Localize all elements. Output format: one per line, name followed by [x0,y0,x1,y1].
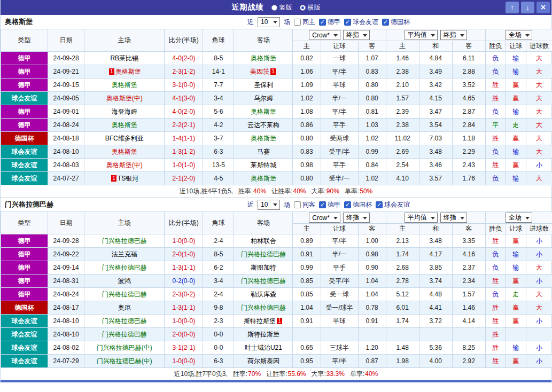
asian-home-odds-cell: 0.85 [293,288,321,301]
corners-cell: 4-2 [203,119,234,132]
match-count-select[interactable]: 10 [258,200,280,210]
away-team-cell: 乌尔姆 [234,92,293,105]
result-goals-cell: 大 [526,145,552,159]
col-header-score: 比分(半场) [165,212,203,234]
asian-handicap-cell: 一球 [321,52,358,65]
away-team-cell: 斯图加特 [234,261,293,275]
stat-label: 单率: [345,187,359,195]
match-date: 24-09-22 [48,248,84,261]
team-name: 奥格斯堡 [112,148,137,155]
league-type-badge: 球会友谊 [1,145,48,159]
match-count-select[interactable]: 10 [258,17,280,27]
result-goals-cell: 小 [526,234,552,248]
result-wdl-cell: 负 [485,288,506,301]
avg-home-odds-cell: 2.54 [386,159,419,172]
score-cell: 1-4(1-1) [165,132,203,145]
league-filter[interactable]: 德甲 [319,18,340,27]
window-title: 近期战绩 [232,3,264,12]
asian-away-odds-cell: 1.20 [358,341,386,355]
result-handicap-cell: 走 [506,119,526,132]
col-header-avg-away: 客 [452,224,485,234]
asian-handicap-cell: 半球 [321,315,358,328]
match-date: 24-09-28 [48,52,84,65]
league-type-badge: 德甲 [1,79,48,92]
asian-away-odds-cell: 0.84 [358,159,386,172]
avg-stage-select[interactable]: 终指 [440,30,467,40]
checkbox-icon [344,19,351,26]
result-handicap-cell: 走 [506,288,526,301]
asian-handicap-cell: 半球 [321,79,358,92]
avg-draw-odds-cell: 4.17 [419,248,452,261]
up-button[interactable]: ↑ [506,2,519,13]
asian-away-odds-cell: 0.87 [358,355,386,368]
home-team-cell: 1TS银河 [84,172,165,185]
asian-handicap-cell: 平/半 [321,65,358,79]
away-team-cell: 云达不莱梅 [234,119,293,132]
result-goals-cell: 大 [526,119,552,132]
match-row: 德甲24-09-211奥格斯堡2-3(1-2)14-1美因茨11.06平/半0.… [1,65,552,79]
red-card-badge: 1 [277,318,282,324]
scope-select[interactable]: 全场 [506,30,532,40]
home-team-cell: 门兴格拉德巴赫 [84,261,165,275]
league-filter[interactable]: 德甲 [319,200,340,209]
checkbox-icon [294,201,301,208]
col-header-result-wdl: 胜负 [485,224,506,234]
odds-stage-select[interactable]: 终指 [343,30,370,40]
match-row: 球会友谊24-07-271TS银河2-1(2-0)4-5奥格斯堡0.80受半/一… [1,172,552,185]
layout-radio-vertical[interactable]: 竖版 [271,3,292,12]
scope-select-value: 全场 [509,213,522,222]
stat-value: 55.6% [287,370,306,378]
result-wdl-cell: 胜 [485,328,506,341]
avg-away-odds-cell: 4.65 [452,92,485,105]
bookmaker-select[interactable]: Crow* [309,213,340,223]
col-header-result-goals: 进球数 [526,41,552,52]
score-cell: 4-0(2-0) [165,105,203,119]
result-handicap-cell: 输 [506,65,526,79]
team-name: 奥格斯堡 [251,175,276,182]
corners-cell: 7-7 [203,79,234,92]
col-header-asian-handicap: 让球 [321,224,358,234]
odds-stage-select[interactable]: 终指 [343,213,370,223]
down-button[interactable]: ↓ [521,2,534,13]
layout-radio-horizontal[interactable]: 横版 [300,3,321,12]
score-cell: 1-3(1-1) [165,301,203,315]
avg-draw-odds-cell: 4.84 [419,52,452,65]
close-button[interactable]: × [537,2,550,13]
filter-bar: 近 10 场 同主 德甲 球会友谊 德国杯 [247,15,410,29]
same-venue-filter[interactable]: 同主 [294,18,315,27]
same-venue-filter[interactable]: 同客 [294,200,315,209]
match-date: 24-09-15 [48,79,84,92]
average-select[interactable]: 平均值 [405,213,438,223]
team-name: 波鸿 [118,277,131,285]
result-wdl-cell: 胜 [485,301,506,315]
team-name: 奥厄 [118,304,131,311]
result-handicap-cell: 输 [506,261,526,275]
summary-prefix: 近10场,胜7平0负3, [174,370,228,379]
red-card-badge: 1 [111,175,116,182]
away-team-cell: 荷尔斯泰因 [234,355,293,368]
avg-stage-select[interactable]: 终指 [440,213,467,223]
avg-away-odds-cell: 8.25 [452,341,485,355]
league-filter[interactable]: 球会友谊 [344,18,378,27]
matches-tbody: 德甲24-09-28门兴格拉德巴赫1-0(0-0)2-4柏林联合0.89平/半1… [1,234,552,368]
match-row: 德甲24-09-28RB莱比锡4-0(2-0)8-5奥格斯堡0.82一球1.07… [1,52,552,65]
bookmaker-select[interactable]: Crow* [309,30,340,40]
avg-draw-odds-cell: 3.48 [419,234,452,248]
match-date: 24-08-03 [48,159,84,172]
league-filter[interactable]: 德国杯 [382,18,410,27]
result-goals-cell: 大 [526,261,552,275]
average-select[interactable]: 平均值 [405,30,438,40]
away-team-cell: 马赛 [234,145,293,159]
match-date: 24-08-17 [48,301,84,315]
asian-handicap-cell: 半/一 [321,92,358,105]
league-filter[interactable]: 德国杯 [344,200,372,209]
scope-select[interactable]: 全场 [506,213,532,223]
asian-away-odds-cell: 0.80 [358,79,386,92]
league-type-badge: 德甲 [1,234,48,248]
result-handicap-cell: 输 [506,52,526,65]
score-cell: 3-1(2-1) [165,341,203,355]
down-arrow-icon: ↓ [526,3,530,12]
over-rate-stat: 大率:33.3% [312,370,345,379]
stat-label: 胜率: [233,370,247,378]
league-filter[interactable]: 球会友谊 [376,200,410,209]
